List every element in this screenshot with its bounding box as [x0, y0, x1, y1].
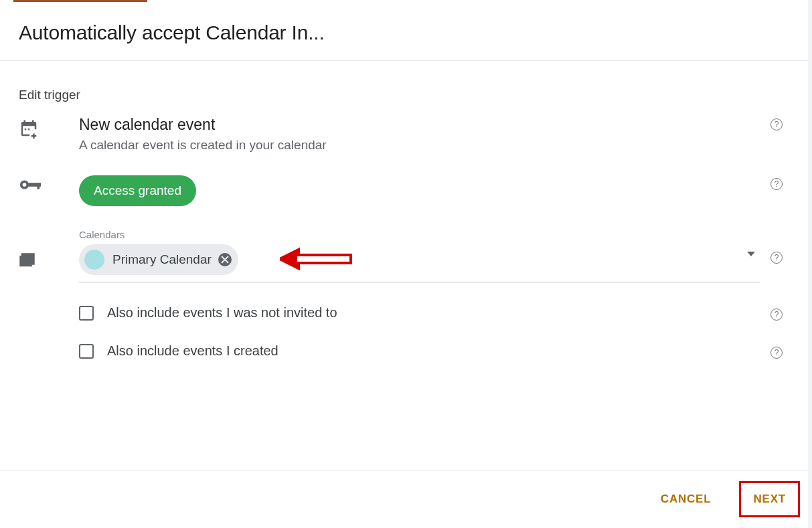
spacer — [19, 312, 79, 315]
dialog-content: New calendar event A calendar event is c… — [0, 116, 812, 359]
calendar-add-icon — [19, 116, 79, 139]
svg-rect-4 — [22, 254, 34, 258]
trigger-subtitle: A calendar event is created in your cale… — [79, 138, 760, 153]
svg-rect-3 — [37, 183, 39, 189]
annotation-next-highlight: NEXT — [739, 481, 800, 517]
help-icon[interactable]: ? — [770, 178, 783, 190]
calendars-label: Calendars — [79, 229, 760, 240]
svg-marker-5 — [280, 250, 351, 268]
help-icon[interactable]: ? — [770, 252, 783, 264]
checkbox-not-invited[interactable] — [79, 306, 94, 321]
checkbox-created-label: Also include events I created — [107, 343, 278, 359]
annotation-arrow — [280, 247, 353, 274]
chevron-down-icon[interactable] — [746, 248, 756, 260]
cancel-button[interactable]: CANCEL — [654, 486, 718, 513]
svg-point-1 — [23, 183, 27, 187]
calendars-row: Calendars Primary Calendar — [19, 229, 793, 282]
remove-chip-icon[interactable] — [218, 253, 232, 266]
calendars-icon — [19, 229, 79, 269]
access-granted-badge[interactable]: Access granted — [79, 175, 196, 206]
trigger-row: New calendar event A calendar event is c… — [19, 116, 793, 153]
checkbox-created[interactable] — [79, 344, 94, 359]
dialog: Automatically accept Calendar In... Edit… — [0, 2, 812, 359]
calendar-chip-label: Primary Calendar — [112, 252, 212, 267]
help-icon[interactable]: ? — [770, 347, 783, 359]
option-created-row: Also include events I created ? — [19, 343, 793, 359]
svg-marker-6 — [281, 251, 297, 267]
trigger-title: New calendar event — [79, 116, 760, 134]
checkbox-not-invited-label: Also include events I was not invited to — [107, 305, 337, 321]
dialog-title: Automatically accept Calendar In... — [19, 21, 793, 44]
help-icon[interactable]: ? — [770, 118, 783, 130]
section-heading: Edit trigger — [0, 61, 812, 116]
next-button[interactable]: NEXT — [746, 486, 793, 513]
access-row: Access granted ? — [19, 175, 793, 206]
calendar-color-swatch — [84, 250, 104, 270]
dialog-footer: CANCEL NEXT — [0, 470, 812, 528]
dialog-header: Automatically accept Calendar In... — [0, 3, 812, 61]
scroll-track — [808, 0, 812, 528]
calendars-select[interactable]: Primary Calendar — [79, 244, 760, 282]
help-icon[interactable]: ? — [770, 309, 783, 321]
key-icon — [19, 175, 79, 191]
option-not-invited-row: Also include events I was not invited to… — [19, 305, 793, 321]
spacer — [19, 350, 79, 353]
calendar-chip: Primary Calendar — [79, 244, 238, 275]
